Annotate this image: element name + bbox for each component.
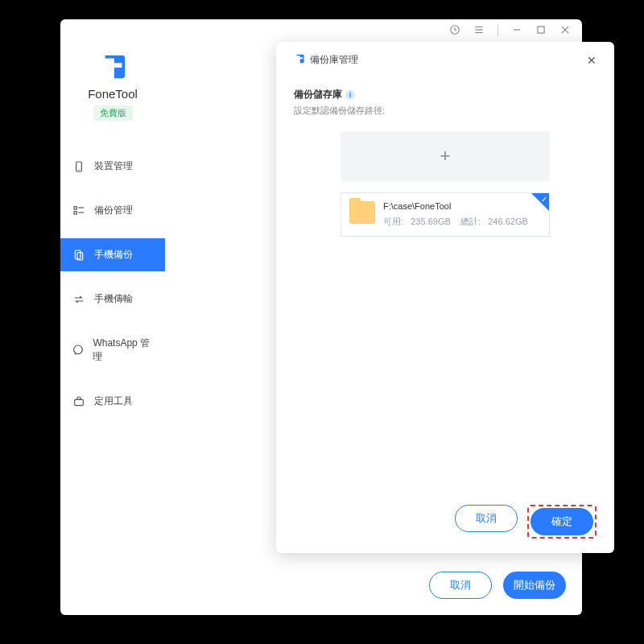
section-title-text: 備份儲存庫 bbox=[294, 88, 342, 101]
plus-icon: + bbox=[440, 146, 451, 167]
bottom-bar: 取消 開始備份 bbox=[429, 572, 566, 599]
backup-list-icon bbox=[72, 204, 86, 217]
brand: FoneTool 免費版 bbox=[60, 52, 165, 121]
total-value: 246.62GB bbox=[488, 217, 528, 226]
modal-title: 備份庫管理 bbox=[310, 53, 358, 67]
sidebar-item-label: 手機傳輸 bbox=[94, 292, 133, 306]
transfer-icon bbox=[72, 293, 86, 306]
add-path-button[interactable]: + bbox=[341, 131, 550, 181]
section-title: 備份儲存庫 i bbox=[294, 88, 597, 101]
minimize-icon[interactable] bbox=[511, 24, 522, 38]
whatsapp-icon bbox=[72, 344, 85, 357]
app-body: FoneTool 免費版 裝置管理 備份管理 bbox=[60, 42, 582, 615]
history-icon[interactable] bbox=[449, 24, 460, 38]
modal-footer: 取消 確定 bbox=[294, 505, 597, 539]
confirm-highlight: 確定 bbox=[527, 505, 597, 539]
avail-label: 可用: bbox=[383, 217, 403, 226]
modal-cancel-button[interactable]: 取消 bbox=[455, 505, 518, 532]
sidebar-item-label: 手機備份 bbox=[94, 248, 133, 262]
sidebar-item-backup-list[interactable]: 備份管理 bbox=[60, 194, 165, 227]
sidebar-item-phone-backup[interactable]: 手機備份 bbox=[60, 238, 165, 271]
titlebar-separator bbox=[497, 25, 498, 36]
section-subtitle: 設定默認備份儲存路徑: bbox=[294, 105, 597, 117]
sidebar-item-transfer[interactable]: 手機傳輸 bbox=[60, 283, 165, 316]
svg-rect-10 bbox=[74, 206, 76, 208]
total-label: 總計: bbox=[460, 217, 481, 226]
brand-logo-icon bbox=[97, 52, 128, 82]
avail-value: 235.69GB bbox=[411, 217, 451, 226]
modal-confirm-button[interactable]: 確定 bbox=[530, 508, 593, 535]
device-icon bbox=[72, 160, 86, 173]
modal-header: 備份庫管理 ✕ bbox=[294, 53, 597, 67]
path-card[interactable]: F:\case\FoneTool 可用: 235.69GB 總計: 246.62… bbox=[341, 192, 550, 237]
bottom-start-button[interactable]: 開始備份 bbox=[503, 572, 566, 599]
svg-point-16 bbox=[74, 345, 83, 354]
phone-backup-icon bbox=[72, 249, 86, 262]
sidebar-item-label: 裝置管理 bbox=[94, 159, 133, 173]
sidebar-item-label: 定用工具 bbox=[94, 394, 133, 408]
bottom-cancel-button[interactable]: 取消 bbox=[429, 572, 492, 599]
folder-icon bbox=[349, 201, 375, 224]
app-window: FoneTool 免費版 裝置管理 備份管理 bbox=[60, 19, 582, 615]
nav: 裝置管理 備份管理 手機備份 bbox=[60, 150, 165, 429]
toolkit-icon bbox=[72, 395, 86, 408]
sidebar-item-device[interactable]: 裝置管理 bbox=[60, 150, 165, 183]
brand-badge: 免費版 bbox=[93, 105, 133, 121]
svg-rect-11 bbox=[74, 211, 76, 213]
path-info: F:\case\FoneTool 可用: 235.69GB 總計: 246.62… bbox=[383, 201, 541, 228]
brand-name: FoneTool bbox=[60, 87, 165, 101]
modal-close-button[interactable]: ✕ bbox=[587, 54, 597, 67]
menu-icon[interactable] bbox=[473, 24, 485, 38]
selected-check-icon bbox=[531, 193, 549, 211]
sidebar-item-whatsapp[interactable]: WhatsApp 管理 bbox=[60, 327, 165, 374]
svg-rect-5 bbox=[538, 26, 544, 32]
modal-logo-icon bbox=[294, 53, 305, 67]
svg-rect-14 bbox=[75, 250, 80, 259]
titlebar bbox=[60, 19, 582, 42]
path-location: F:\case\FoneTool bbox=[383, 201, 541, 211]
maximize-icon[interactable] bbox=[535, 24, 547, 38]
sidebar: FoneTool 免費版 裝置管理 備份管理 bbox=[60, 42, 165, 615]
sidebar-item-label: WhatsApp 管理 bbox=[93, 336, 154, 364]
sidebar-item-label: 備份管理 bbox=[94, 204, 133, 217]
content: 備份庫管理 ✕ 備份儲存庫 i 設定默認備份儲存路徑: + bbox=[165, 42, 582, 615]
close-icon[interactable] bbox=[559, 24, 571, 38]
svg-rect-17 bbox=[75, 399, 84, 405]
path-list: + F:\case\FoneTool 可用: 235.69GB 總計: 246.… bbox=[294, 131, 597, 237]
sidebar-item-toolkit[interactable]: 定用工具 bbox=[60, 385, 165, 418]
path-stats: 可用: 235.69GB 總計: 246.62GB bbox=[383, 216, 541, 228]
backup-library-modal: 備份庫管理 ✕ 備份儲存庫 i 設定默認備份儲存路徑: + bbox=[276, 42, 614, 553]
info-icon[interactable]: i bbox=[345, 90, 355, 100]
